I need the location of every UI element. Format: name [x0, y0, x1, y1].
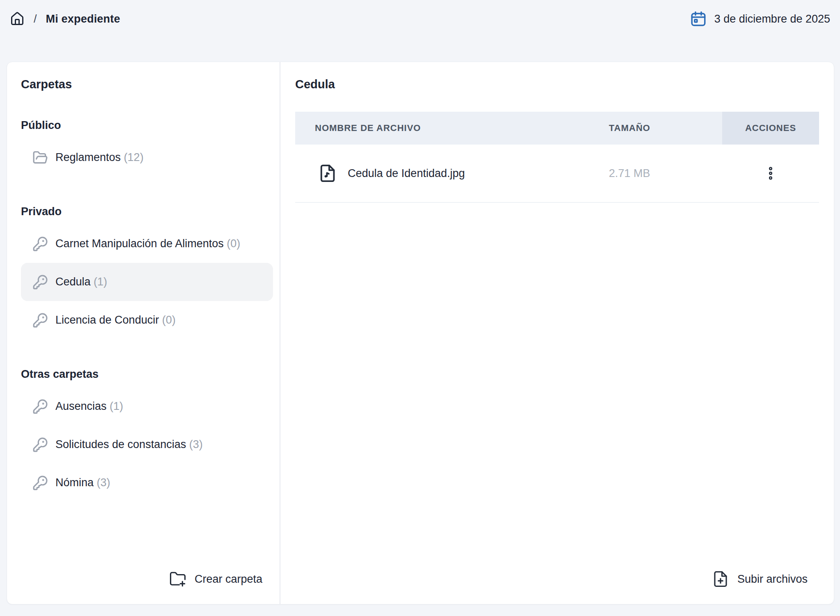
file-actions-cell	[722, 162, 819, 184]
kebab-menu-icon	[763, 165, 778, 181]
file-name-cell: Cedula de Identidad.jpg	[295, 164, 609, 183]
files-panel-title: Cedula	[295, 78, 819, 90]
section-privado: Privado Carnet Manipulación de Alimentos…	[21, 205, 273, 339]
breadcrumb-separator: /	[34, 13, 37, 25]
column-header-actions: ACCIONES	[722, 112, 819, 145]
expediente-card: Carpetas Público Reglamentos (12) Privad…	[7, 62, 834, 605]
calendar-icon	[690, 10, 707, 28]
create-folder-row: Crear carpeta	[21, 570, 273, 588]
folder-count: (3)	[189, 438, 203, 451]
files-table: NOMBRE DE ARCHIVO TAMAÑO ACCIONES Cedula…	[295, 112, 819, 203]
key-icon	[32, 236, 48, 252]
key-icon	[32, 437, 48, 453]
folder-count: (0)	[162, 314, 176, 326]
date-display: 3 de diciembre de 2025	[690, 10, 830, 28]
folder-name: Cedula	[55, 276, 91, 288]
section-label-publico: Público	[21, 119, 273, 132]
folder-item-text: Nómina (3)	[55, 473, 110, 492]
folders-panel: Carpetas Público Reglamentos (12) Privad…	[7, 62, 280, 604]
sidebar-item-ausencias[interactable]: Ausencias (1)	[21, 387, 273, 425]
file-size-cell: 2.71 MB	[609, 167, 722, 180]
sidebar-item-solicitudes[interactable]: Solicitudes de constancias (3)	[21, 425, 273, 464]
folder-item-text: Carnet Manipulación de Alimentos (0)	[55, 234, 240, 253]
folder-name: Nómina	[55, 476, 94, 489]
key-icon	[32, 313, 48, 328]
folder-count: (3)	[97, 476, 110, 489]
folder-name: Reglamentos	[55, 151, 121, 163]
table-row: Cedula de Identidad.jpg 2.71 MB	[295, 145, 819, 203]
folder-item-text: Ausencias (1)	[55, 397, 123, 416]
current-date: 3 de diciembre de 2025	[714, 13, 830, 25]
folder-item-text: Solicitudes de constancias (3)	[55, 435, 203, 454]
section-publico: Público Reglamentos (12)	[21, 119, 273, 177]
key-icon	[32, 274, 48, 290]
sidebar-item-licencia[interactable]: Licencia de Conducir (0)	[21, 301, 273, 339]
folder-count: (1)	[110, 400, 123, 412]
sidebar-item-nomina[interactable]: Nómina (3)	[21, 464, 273, 502]
folder-name: Carnet Manipulación de Alimentos	[55, 237, 224, 250]
folder-count: (12)	[124, 151, 144, 163]
topbar: / Mi expediente 3 de diciembre de 2025	[0, 0, 840, 62]
breadcrumb: / Mi expediente	[10, 10, 120, 28]
folder-open-icon	[32, 150, 48, 165]
sidebar-item-reglamentos[interactable]: Reglamentos (12)	[21, 138, 273, 177]
folder-name: Solicitudes de constancias	[55, 438, 186, 451]
file-name: Cedula de Identidad.jpg	[348, 167, 465, 180]
sidebar-item-cedula[interactable]: Cedula (1)	[21, 263, 273, 301]
column-header-size: TAMAÑO	[609, 112, 722, 145]
home-icon[interactable]	[10, 11, 25, 26]
folders-panel-title: Carpetas	[21, 78, 273, 90]
upload-files-button[interactable]: Subir archivos	[712, 570, 808, 588]
section-label-privado: Privado	[21, 205, 273, 218]
folder-item-text: Cedula (1)	[55, 273, 107, 291]
table-header-row: NOMBRE DE ARCHIVO TAMAÑO ACCIONES	[295, 112, 819, 145]
folder-name: Ausencias	[55, 400, 107, 412]
section-otras-carpetas: Otras carpetas Ausencias (1) So	[21, 368, 273, 502]
folder-count: (1)	[94, 276, 107, 288]
create-folder-label: Crear carpeta	[195, 573, 262, 586]
create-folder-button[interactable]: Crear carpeta	[169, 570, 262, 588]
file-music-icon	[318, 164, 337, 183]
sidebar-item-carnet[interactable]: Carnet Manipulación de Alimentos (0)	[21, 225, 273, 263]
upload-files-label: Subir archivos	[737, 573, 808, 586]
page-title: Mi expediente	[46, 13, 120, 25]
key-icon	[32, 399, 48, 414]
key-icon	[32, 475, 48, 491]
column-header-name: NOMBRE DE ARCHIVO	[295, 112, 609, 145]
upload-row: Subir archivos	[295, 570, 819, 588]
folder-name: Licencia de Conducir	[55, 314, 159, 326]
folder-plus-icon	[169, 570, 186, 588]
files-panel: Cedula NOMBRE DE ARCHIVO TAMAÑO ACCIONES	[280, 62, 834, 604]
row-actions-menu-button[interactable]	[760, 162, 782, 184]
section-label-otras: Otras carpetas	[21, 368, 273, 381]
file-plus-icon	[712, 570, 729, 588]
folder-count: (0)	[227, 237, 240, 250]
folder-item-text: Licencia de Conducir (0)	[55, 311, 176, 329]
folder-item-text: Reglamentos (12)	[55, 148, 144, 167]
